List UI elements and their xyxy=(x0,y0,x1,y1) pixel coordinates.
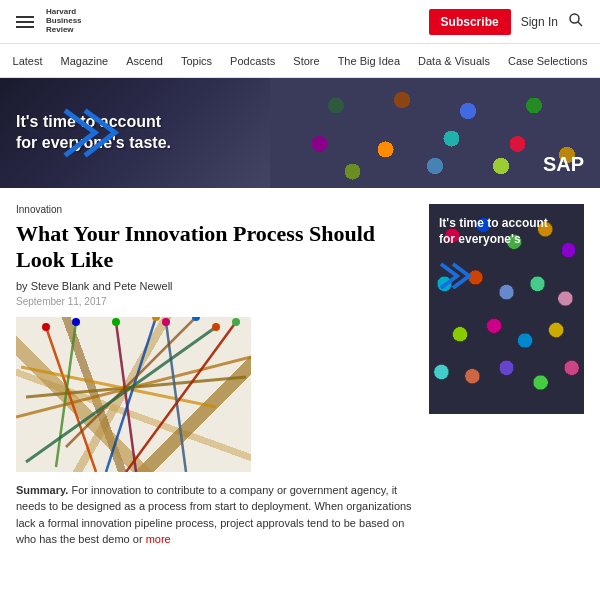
more-link[interactable]: more xyxy=(146,533,171,545)
nav-item-latest[interactable]: Latest xyxy=(13,55,43,67)
nav-item-magazine[interactable]: Magazine xyxy=(61,55,109,67)
search-icon[interactable] xyxy=(568,12,584,32)
article-area: Innovation What Your Innovation Process … xyxy=(16,204,413,548)
nav-item-caseselections[interactable]: Case Selections xyxy=(508,55,588,67)
logo-line3: Review xyxy=(46,26,82,35)
svg-point-16 xyxy=(152,317,160,321)
svg-point-15 xyxy=(112,318,120,326)
article-title[interactable]: What Your Innovation Process Should Look… xyxy=(16,221,413,274)
article-image[interactable] xyxy=(16,317,251,472)
svg-line-1 xyxy=(578,22,582,26)
hamburger-icon[interactable] xyxy=(16,16,34,28)
header: Harvard Business Review Subscribe Sign I… xyxy=(0,0,600,44)
nav-item-podcasts[interactable]: Podcasts xyxy=(230,55,275,67)
article-summary: Summary. For innovation to contribute to… xyxy=(16,482,413,548)
svg-point-20 xyxy=(232,318,240,326)
sticks-svg xyxy=(16,317,251,472)
nav-item-topics[interactable]: Topics xyxy=(181,55,212,67)
sidebar-ad-text: It's time to accountfor everyone's xyxy=(439,216,548,247)
sidebar-ad[interactable]: It's time to accountfor everyone's xyxy=(429,204,584,548)
subscribe-button[interactable]: Subscribe xyxy=(429,9,511,35)
banner-ad[interactable]: It's time to accountfor everyone's taste… xyxy=(0,78,600,188)
nav-item-datavisuals[interactable]: Data & Visuals xyxy=(418,55,490,67)
svg-point-19 xyxy=(212,323,220,331)
svg-point-14 xyxy=(72,318,80,326)
summary-text: For innovation to contribute to a compan… xyxy=(16,484,412,546)
sap-logo: SAP xyxy=(543,153,584,176)
nav: Latest Magazine Ascend Topics Podcasts S… xyxy=(0,44,600,78)
svg-point-0 xyxy=(570,14,579,23)
category-label[interactable]: Innovation xyxy=(16,204,413,215)
header-left: Harvard Business Review xyxy=(16,8,82,34)
signin-link[interactable]: Sign In xyxy=(521,15,558,29)
article-date: September 11, 2017 xyxy=(16,296,413,307)
svg-line-12 xyxy=(126,322,236,472)
main-content: Innovation What Your Innovation Process … xyxy=(0,188,600,548)
summary-label: Summary. xyxy=(16,484,68,496)
header-right: Subscribe Sign In xyxy=(429,9,584,35)
svg-point-13 xyxy=(42,323,50,331)
article-byline: by Steve Blank and Pete Newell xyxy=(16,280,413,292)
svg-point-17 xyxy=(162,318,170,326)
banner-chevron-icon xyxy=(60,106,130,161)
nav-item-ascend[interactable]: Ascend xyxy=(126,55,163,67)
nav-item-bigidea[interactable]: The Big Idea xyxy=(338,55,400,67)
sidebar-chevron-icon xyxy=(439,262,479,290)
sidebar-ad-box[interactable]: It's time to accountfor everyone's xyxy=(429,204,584,414)
logo[interactable]: Harvard Business Review xyxy=(46,8,82,34)
nav-item-store[interactable]: Store xyxy=(293,55,319,67)
